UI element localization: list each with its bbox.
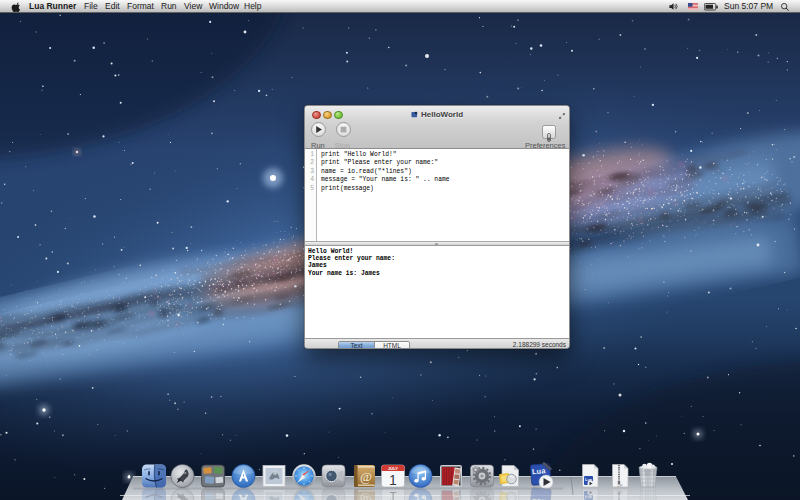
svg-text:ZIP: ZIP (617, 484, 623, 488)
svg-text:Lua: Lua (532, 466, 547, 476)
svg-text:@: @ (360, 469, 372, 484)
svg-text:1: 1 (389, 472, 397, 488)
svg-text:JULY: JULY (388, 466, 398, 471)
